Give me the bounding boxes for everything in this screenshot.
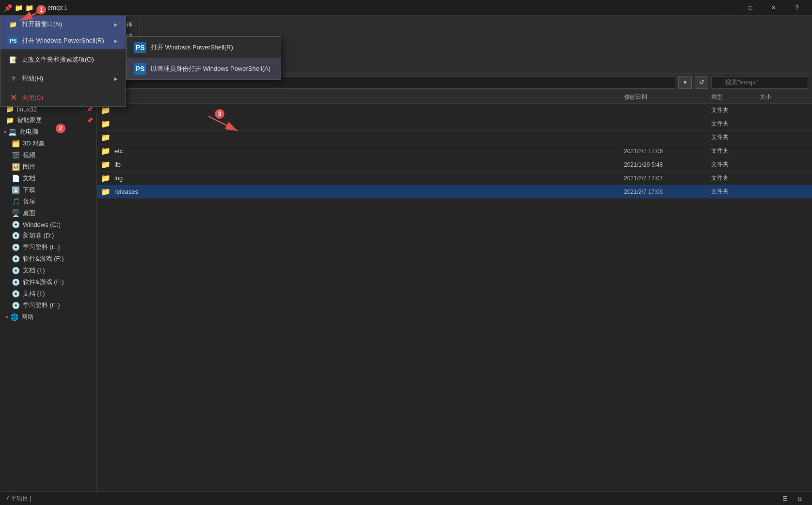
- view-grid-button[interactable]: ⊞: [795, 493, 806, 505]
- menu-item-help-label: 帮助(H): [22, 74, 43, 83]
- sidebar-item-drive-i[interactable]: 💿 文档 (I:): [0, 265, 96, 276]
- submenu-item-powershell-open-label: 打开 Windows PowerShell(R): [151, 43, 233, 52]
- submenu-arrow: ▶: [114, 22, 118, 27]
- folder-icon: 📁: [101, 187, 111, 196]
- drive-i2-icon: 💿: [12, 290, 20, 298]
- folder-options-icon: 📝: [8, 56, 18, 63]
- sidebar-thispc-label: 此电脑: [19, 127, 38, 136]
- table-row-etc[interactable]: 📁 etc 2021/2/7 17:06 文件夹: [97, 144, 812, 158]
- badge-3: 3: [215, 109, 224, 119]
- table-row[interactable]: 📁 文件夹: [97, 117, 812, 131]
- folder-icon: 📁: [15, 4, 22, 12]
- docs-icon: 📄: [12, 174, 20, 182]
- sidebar-item-music[interactable]: 🎵 音乐: [0, 196, 96, 207]
- sidebar-item-music-label: 音乐: [23, 197, 35, 206]
- minimize-button[interactable]: —: [716, 0, 738, 16]
- sidebar-item-drive-f2[interactable]: 💿 软件&游戏 (F:): [0, 276, 96, 288]
- file-type-etc: 文件夹: [711, 147, 760, 155]
- sidebar-item-drive-f-label: 软件&游戏 (F:): [23, 254, 64, 263]
- submenu-arrow: ▶: [114, 76, 118, 81]
- menu-item-folder-options[interactable]: 📝 更改文件夹和搜索选项(O): [0, 51, 126, 68]
- sidebar-item-video-label: 视频: [23, 151, 35, 159]
- folder-icon: 📁: [101, 119, 111, 128]
- drive-f-icon: 💿: [12, 255, 20, 263]
- folder-icon: 📁: [6, 116, 14, 124]
- drive-e2-icon: 💿: [12, 301, 20, 309]
- sidebar-item-desktop[interactable]: 🖥️ 桌面: [0, 207, 96, 219]
- pin-icon: 📌: [87, 118, 93, 123]
- pictures-icon: 🖼️: [12, 163, 20, 171]
- folder2-icon: 📁: [25, 4, 33, 12]
- sidebar-item-docs[interactable]: 📄 文档: [0, 173, 96, 184]
- music-icon: 🎵: [12, 198, 20, 205]
- menu-divider: [0, 88, 126, 88]
- search-input[interactable]: [711, 76, 808, 89]
- folder-icon: 📁: [101, 133, 111, 142]
- sidebar-item-drive-i2[interactable]: 💿 文档 (I:): [0, 288, 96, 300]
- downloads-icon: ⬇️: [12, 186, 20, 194]
- menu-item-powershell[interactable]: PS 打开 Windows PowerShell(R) ▶: [0, 32, 126, 49]
- main-layout: 📁 ChuangKe 📌 📁 linux32 📌 📁 智能家居 📌 ▾ 💻 此电…: [0, 91, 812, 491]
- table-row-lib[interactable]: 📁 lib 2021/1/29 5:48 文件夹: [97, 158, 812, 172]
- badge-1: 1: [36, 5, 46, 15]
- view-list-button[interactable]: ☰: [779, 493, 791, 505]
- address-dropdown-btn[interactable]: ▾: [678, 76, 692, 89]
- table-row-releases[interactable]: 📁 releases 2021/2/7 17:06 文件夹: [97, 185, 812, 199]
- menu-item-help[interactable]: ? 帮助(H) ▶: [0, 70, 126, 87]
- status-bar: 7 个项目 | ☰ ⊞: [0, 491, 812, 505]
- search-wrap: 🔍: [711, 76, 808, 89]
- sidebar-item-drive-e2[interactable]: 💿 学习资料 (E:): [0, 300, 96, 311]
- submenu-item-powershell-admin[interactable]: PS 以管理员身份打开 Windows PowerShell(A): [127, 58, 281, 79]
- file-menu: 📁 打开新窗口(N) ▶ PS 打开 Windows PowerShell(R)…: [0, 16, 126, 107]
- maximize-button[interactable]: □: [739, 0, 762, 16]
- sidebar-item-drive-d-label: 新加卷 (D:): [23, 231, 54, 240]
- sidebar-item-drive-e-label: 学习资料 (E:): [23, 243, 60, 252]
- submenu-item-powershell-open[interactable]: PS 打开 Windows PowerShell(R): [127, 37, 281, 58]
- file-type-lib: 文件夹: [711, 160, 760, 169]
- sidebar-item-downloads[interactable]: ⬇️ 下载: [0, 184, 96, 196]
- close-button[interactable]: ✕: [763, 0, 785, 16]
- table-row[interactable]: 📁 文件夹: [97, 104, 812, 117]
- sidebar-item-video[interactable]: 🎬 视频: [0, 149, 96, 161]
- sidebar-item-drive-f[interactable]: 💿 软件&游戏 (F:): [0, 253, 96, 265]
- sidebar-item-drive-c[interactable]: 💿 Windows (C:): [0, 219, 96, 230]
- menu-item-close[interactable]: ✕ 关闭(C): [0, 89, 126, 106]
- file-type: 文件夹: [711, 120, 760, 128]
- sidebar-item-3d-label: 3D 对象: [23, 139, 45, 148]
- sidebar-item-drive-d[interactable]: 💿 新加卷 (D:): [0, 230, 96, 241]
- sidebar-item-drive-c-label: Windows (C:): [23, 221, 61, 228]
- file-type-log: 文件夹: [711, 174, 760, 182]
- col-date: 修改日期: [624, 93, 711, 101]
- file-name-etc: etc: [114, 147, 624, 155]
- sidebar-item-network[interactable]: ▾ 🌐 网络: [0, 311, 96, 323]
- sidebar-item-docs-label: 文档: [23, 174, 35, 183]
- file-list: 名称 修改日期 类型 大小 📁 文件夹 📁 文件夹 📁 文件夹: [97, 91, 812, 491]
- badge-1-label: 1: [40, 6, 43, 13]
- expand-arrow: ▾: [4, 129, 6, 135]
- drive-e-icon: 💿: [12, 243, 20, 251]
- col-type: 类型: [711, 93, 760, 101]
- sidebar-item-drive-i-label: 文档 (I:): [23, 266, 45, 275]
- powershell-submenu: PS 打开 Windows PowerShell(R) PS 以管理员身份打开 …: [126, 36, 281, 80]
- menu-item-new-window[interactable]: 📁 打开新窗口(N) ▶: [0, 16, 126, 32]
- submenu-item-powershell-admin-label: 以管理员身份打开 Windows PowerShell(A): [151, 64, 271, 73]
- file-type: 文件夹: [711, 133, 760, 142]
- file-name-log: log: [114, 174, 624, 182]
- badge-2: 2: [56, 124, 65, 133]
- table-row-log[interactable]: 📁 log 2021/2/7 17:07 文件夹: [97, 172, 812, 185]
- pin-icon: 📌: [4, 4, 12, 12]
- sidebar-item-pictures[interactable]: 🖼️ 图片: [0, 161, 96, 173]
- sidebar-item-smarthome[interactable]: 📁 智能家居 📌: [0, 114, 96, 126]
- sidebar-item-drive-e[interactable]: 💿 学习资料 (E:): [0, 241, 96, 253]
- sidebar-item-downloads-label: 下载: [23, 186, 35, 194]
- sidebar-item-3d[interactable]: 🗂️ 3D 对象: [0, 138, 96, 149]
- file-date-releases: 2021/2/7 17:06: [624, 189, 711, 195]
- window-title: emqx: [48, 4, 63, 11]
- thispc-icon: 💻: [8, 128, 16, 136]
- table-row[interactable]: 📁 文件夹: [97, 131, 812, 144]
- refresh-button[interactable]: ↺: [695, 76, 708, 89]
- file-list-header: 名称 修改日期 类型 大小: [97, 91, 812, 104]
- sidebar-thispc-header[interactable]: ▾ 💻 此电脑: [0, 126, 96, 138]
- video-icon: 🎬: [12, 151, 20, 159]
- help-button[interactable]: ?: [786, 0, 808, 16]
